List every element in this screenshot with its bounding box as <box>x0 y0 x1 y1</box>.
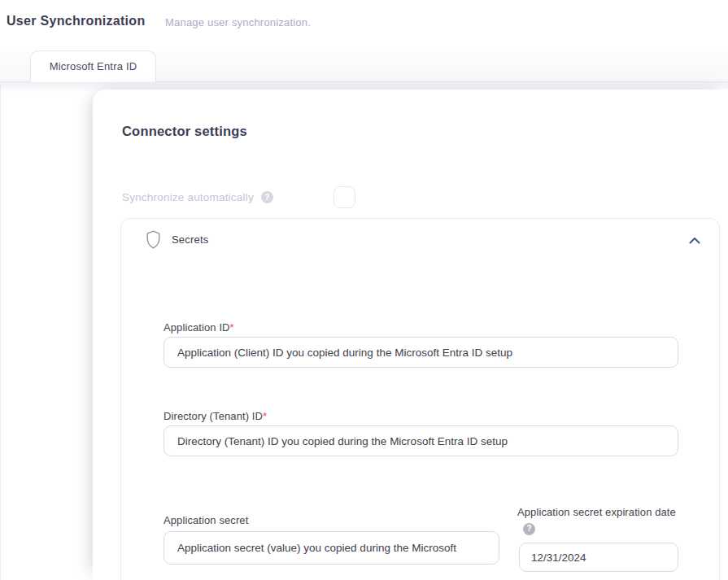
page-subtitle: Manage user synchronization. <box>165 16 311 28</box>
application-id-label: Application ID* <box>163 321 234 334</box>
secrets-panel-title: Secrets <box>172 233 208 246</box>
section-title: Connector settings <box>122 124 247 139</box>
page-title: User Synchronization <box>7 14 145 28</box>
sync-automatically-checkbox[interactable] <box>333 186 355 208</box>
directory-tenant-id-input[interactable] <box>163 425 678 456</box>
secrets-panel: Secrets Application ID* Directory (Tenan… <box>120 218 720 580</box>
secret-expiration-date-input[interactable] <box>519 543 678 572</box>
directory-tenant-id-label-text: Directory (Tenant) ID <box>163 410 263 422</box>
help-icon[interactable]: ? <box>261 191 273 203</box>
content-card: Connector settings Synchronize automatic… <box>93 89 728 580</box>
sync-automatically-row: Synchronize automatically ? <box>122 191 273 203</box>
secret-expiration-date-label-text: Application secret expiration date <box>517 506 676 518</box>
required-marker: * <box>263 410 267 422</box>
secrets-panel-header[interactable]: Secrets <box>121 219 719 261</box>
page-left-border <box>0 50 1 580</box>
directory-tenant-id-label: Directory (Tenant) ID* <box>163 410 267 422</box>
tab-bar: Microsoft Entra ID <box>0 50 728 82</box>
secret-expiration-date-label: Application secret expiration date ? <box>517 505 677 535</box>
shield-icon <box>146 230 160 252</box>
sync-automatically-label: Synchronize automatically <box>122 191 254 203</box>
application-secret-label-text: Application secret <box>163 514 248 526</box>
application-id-label-text: Application ID <box>163 321 230 334</box>
application-secret-input[interactable] <box>163 531 499 565</box>
application-id-input[interactable] <box>163 337 678 368</box>
required-marker: * <box>230 321 234 334</box>
chevron-up-icon[interactable] <box>689 233 700 247</box>
help-icon[interactable]: ? <box>523 523 535 535</box>
application-secret-label: Application secret <box>163 514 248 526</box>
tab-microsoft-entra-id[interactable]: Microsoft Entra ID <box>30 50 156 82</box>
